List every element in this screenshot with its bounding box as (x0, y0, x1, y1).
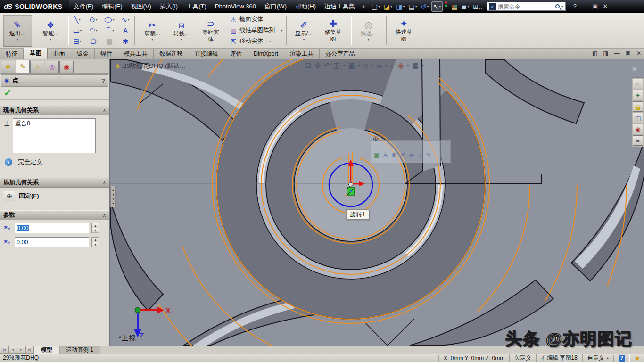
previous-tab-icon[interactable]: ◂ (8, 346, 17, 354)
relation-item[interactable]: 重合0 (15, 120, 93, 128)
search-scope-icon[interactable]: » (489, 3, 496, 10)
offset-entities-button[interactable]: ⊃ 等距实 体 (196, 15, 225, 47)
tab-office-products[interactable]: 办公室产品 (320, 49, 361, 59)
x-spinner[interactable]: ▲▼ (91, 223, 99, 233)
design-library-icon[interactable]: ✦ (633, 90, 643, 100)
collapse-left-pane-icon[interactable]: ◧ (592, 50, 597, 57)
linear-pattern-button[interactable]: ▦线性草图阵列▾ (228, 26, 284, 35)
y-spinner[interactable]: ▲▼ (91, 237, 99, 247)
search-input[interactable] (498, 3, 553, 10)
ok-check-icon[interactable]: ✔ (4, 88, 11, 99)
fix-icon[interactable]: ✠ (373, 135, 379, 143)
tab-direct-editing[interactable]: 直接编辑 (189, 49, 224, 59)
polygon-tool[interactable]: ⬠ (85, 36, 101, 47)
next-tab-icon[interactable]: ▸ (17, 346, 25, 354)
tab-dimxpert[interactable]: DimXpert (248, 49, 284, 59)
zoom-to-area-icon[interactable]: ⊕ (315, 61, 321, 70)
model-tab[interactable]: 模型 (34, 346, 59, 354)
model-canvas[interactable]: X Z (110, 59, 644, 346)
tab-evaluate[interactable]: 评估 (224, 49, 248, 59)
options-button[interactable]: ≣▾ (460, 1, 471, 12)
minimize-doc-icon[interactable]: — (614, 50, 620, 57)
extra-tools-button[interactable]: ⊞.. (471, 1, 484, 12)
zoom-to-fit-icon[interactable]: ⊡ (305, 61, 312, 70)
status-help[interactable]: ? (613, 355, 630, 362)
sketch-text-icon[interactable]: A (383, 151, 388, 158)
help-button[interactable]: ? (573, 3, 577, 10)
rebuild-traffic-icon[interactable] (444, 1, 449, 12)
configuration-manager-tab[interactable]: ⑃ (30, 61, 44, 73)
fix-relation-button[interactable]: ✠ 固定(F) (0, 188, 109, 205)
previous-view-icon[interactable]: ↶ (324, 61, 330, 70)
restore-doc-icon[interactable]: ▣ (626, 50, 631, 57)
panel-help-icon[interactable]: ? (101, 77, 105, 84)
magnifier-icon[interactable] (555, 4, 560, 8)
convert-entities-icon[interactable]: ◇ (418, 151, 422, 158)
edit-appearance-icon[interactable]: ◉ (397, 61, 404, 70)
resources-home-icon[interactable]: ⌂ (633, 79, 643, 89)
menu-window[interactable]: 窗口(W) (260, 0, 291, 13)
repair-sketch-button[interactable]: ✚ 修复草 图 (319, 15, 348, 47)
exit-sketch-button[interactable]: ✎ 退出... ▾ (3, 15, 32, 47)
tab-render-tools[interactable]: 渲染工具 (284, 49, 320, 59)
status-units-dropdown[interactable]: 自定义▴ (582, 354, 613, 362)
propertymanager-tab[interactable]: ✎ (16, 60, 30, 73)
trim-entities-button[interactable]: ✂ 剪裁... ▾ (138, 15, 167, 47)
new-file-button[interactable]: ▢▾ (370, 1, 381, 12)
panel-splitter-handle[interactable]: ◂◂◂◂ (110, 186, 116, 207)
slot-tool[interactable]: ⊟▾ (69, 36, 85, 47)
edit-sketch-icon[interactable]: ✎ (426, 151, 431, 158)
restore-button[interactable]: ▣ (592, 3, 598, 10)
motion-study-tab[interactable]: 运动算例 1 (59, 346, 100, 354)
parameters-header[interactable]: 参数 ∧ (0, 210, 109, 220)
fillet-tool[interactable]: ⌒▾ (101, 25, 117, 36)
flyout-close-icon[interactable]: ✕ (631, 65, 637, 74)
hide-show-items-icon[interactable]: ∞ (377, 62, 382, 70)
existing-relations-header[interactable]: 现有几何关系 ∧ (0, 106, 109, 115)
move-entities-button[interactable]: ⇱移动实体▾ (228, 37, 284, 46)
file-explorer-icon[interactable]: ▤ (633, 101, 643, 112)
relations-listbox[interactable]: 重合0 (13, 118, 96, 153)
menu-insert[interactable]: 插入(I) (156, 0, 182, 13)
search-dropdown-icon[interactable]: ▾ (561, 4, 563, 8)
dimxpert-manager-tab[interactable]: ◎ (45, 61, 59, 73)
undo-button[interactable]: ↺▾ (420, 1, 430, 12)
save-button[interactable]: ◨▾ (395, 1, 406, 12)
view-palette-icon[interactable]: ◫ (633, 113, 643, 123)
pattern-ghost-tool[interactable]: ▦ (101, 36, 117, 47)
collapse-right-pane-icon[interactable]: ◨ (603, 50, 608, 57)
tab-features[interactable]: 特征 (0, 49, 24, 59)
last-tab-icon[interactable]: ▸| (25, 346, 34, 354)
close-button[interactable]: ✕ (603, 3, 608, 10)
pin-icon[interactable]: ⌖ (362, 3, 365, 10)
menu-help[interactable]: 帮助(H) (291, 0, 320, 13)
x-parameter-input[interactable]: 0.00 (15, 223, 89, 233)
file-properties-button[interactable]: ▦ (450, 1, 459, 12)
circle-tool[interactable]: ⊙▾ (85, 14, 101, 25)
make-block-icon[interactable]: ▣ (374, 151, 380, 158)
apply-scene-icon[interactable]: ▦ (412, 61, 419, 70)
tab-data-migration[interactable]: 数据迁移 (154, 49, 189, 59)
shadows-icon[interactable]: ◐ (390, 62, 394, 70)
menu-tools[interactable]: 工具(T) (182, 0, 211, 13)
line-tool[interactable]: ╲▾ (69, 14, 85, 25)
point-tool[interactable]: ✱ (117, 36, 133, 47)
first-tab-icon[interactable]: |◂ (0, 346, 8, 354)
status-tag[interactable]: ⬥ (630, 354, 644, 362)
rapid-sketch-button[interactable]: ✦ 快速草 图 (389, 15, 419, 47)
close-doc-icon[interactable]: ✕ (636, 50, 641, 57)
rectangle-tool[interactable]: ▭▾ (69, 25, 85, 36)
convert-entities-button[interactable]: ⧈ 转换... ▾ (167, 15, 196, 47)
tab-mold-tools[interactable]: 模具工具 (118, 49, 154, 59)
tab-sheet-metal[interactable]: 钣金 (71, 49, 95, 59)
arc-tool[interactable]: ◠▾ (85, 25, 101, 36)
select-button[interactable]: ↖▾ (431, 1, 443, 12)
smart-dimension-button[interactable]: ❖ 智能... ▾ (36, 15, 65, 47)
print-button[interactable]: ▤▾ (407, 1, 419, 12)
custom-properties-icon[interactable]: ≡ (633, 135, 643, 146)
quick-snaps-button[interactable]: ◎ 快速... ▾ (354, 15, 383, 47)
y-parameter-input[interactable]: 0.00 (15, 237, 89, 247)
appearances-scenes-icon[interactable]: ◉ (633, 124, 643, 134)
featuremanager-tab[interactable]: ❖ (1, 61, 15, 73)
tab-surfaces[interactable]: 曲面 (48, 49, 71, 59)
